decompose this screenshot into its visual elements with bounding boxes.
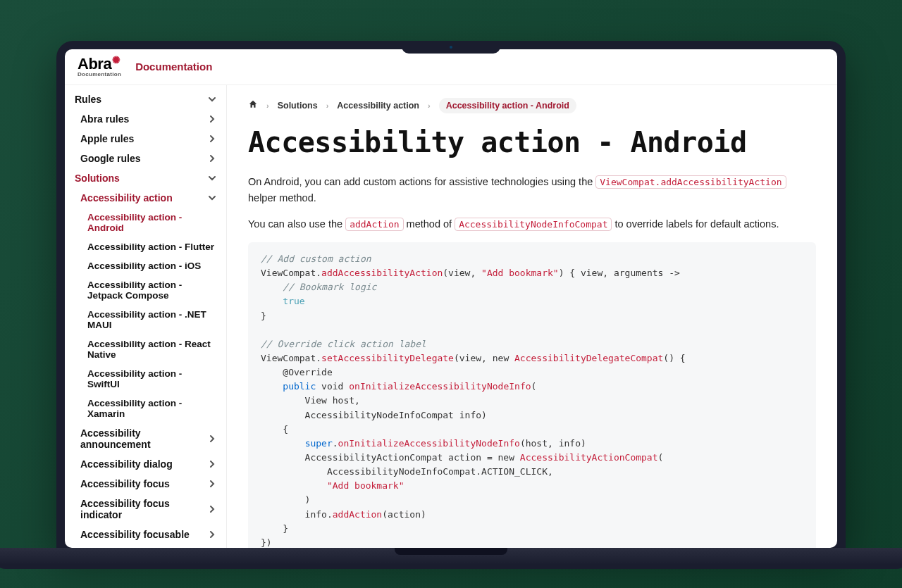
code-inline: AccessibilityNodeInfoCompat: [455, 218, 612, 231]
nav-accessibility-focus-indicator[interactable]: Accessibility focus indicator: [65, 494, 226, 525]
code-block[interactable]: // Add custom action ViewCompat.addAcces…: [248, 242, 816, 547]
nav-label: Accessibility action - Jetpack Compose: [87, 280, 216, 301]
camera-dot: [450, 46, 452, 49]
nav-label: Accessibility action - iOS: [87, 261, 201, 271]
nav-apple-rules[interactable]: Apple rules: [65, 129, 226, 149]
nav-label: Accessibility action: [80, 192, 173, 204]
page-title: Accessibility action - Android: [248, 126, 816, 158]
nav-accessibility-dialog[interactable]: Accessibility dialog: [65, 454, 226, 474]
laptop-notch: [402, 41, 500, 54]
breadcrumb-separator-icon: ›: [428, 101, 431, 110]
nav-rules[interactable]: Rules: [65, 89, 226, 109]
laptop-base: [0, 548, 902, 569]
chevron-right-icon: [208, 460, 216, 468]
nav-accessibility-announcement[interactable]: Accessibility announcement: [65, 423, 226, 454]
nav-aa-android[interactable]: Accessibility action - Android: [65, 208, 226, 237]
nav-aa-swiftui[interactable]: Accessibility action - SwiftUI: [65, 364, 226, 394]
nav-aa-jetpack[interactable]: Accessibility action - Jetpack Compose: [65, 275, 226, 305]
breadcrumb-separator-icon: ›: [326, 101, 329, 110]
nav-google-rules[interactable]: Google rules: [65, 149, 226, 168]
nav-aa-netmaui[interactable]: Accessibility action - .NET MAUI: [65, 305, 226, 334]
laptop-frame: Abra✺ Documentation Documentation Rules …: [56, 41, 846, 548]
nav-label: Accessibility announcement: [80, 427, 204, 450]
chevron-right-icon: [208, 154, 216, 163]
breadcrumb: › Solutions › Accessibility action › Acc…: [248, 98, 816, 113]
nav-label: Accessibility action - Flutter: [87, 242, 214, 252]
chevron-down-icon: [208, 194, 216, 202]
nav-accessibility-focus[interactable]: Accessibility focus: [65, 474, 226, 494]
home-icon[interactable]: [248, 99, 258, 111]
chevron-right-icon: [208, 115, 216, 123]
app-screen: Abra✺ Documentation Documentation Rules …: [65, 49, 837, 548]
chevron-right-icon: [208, 135, 216, 143]
chevron-down-icon: [208, 174, 216, 182]
main-content[interactable]: › Solutions › Accessibility action › Acc…: [227, 85, 837, 548]
nav-aa-ios[interactable]: Accessibility action - iOS: [65, 256, 226, 275]
nav-label: Solutions: [75, 173, 120, 184]
nav-aa-reactnative[interactable]: Accessibility action - React Native: [65, 334, 226, 364]
nav-label: Accessibility action - .NET MAUI: [87, 309, 216, 330]
nav-label: Abra rules: [80, 113, 129, 125]
body: Rules Abra rules Apple rules Google rule…: [65, 85, 837, 548]
spark-icon: ✺: [112, 55, 121, 65]
nav-abra-rules[interactable]: Abra rules: [65, 109, 226, 129]
breadcrumb-current: Accessibility action - Android: [439, 98, 576, 113]
chevron-down-icon: [208, 95, 216, 104]
breadcrumb-action[interactable]: Accessibility action: [337, 101, 419, 111]
chevron-right-icon: [208, 434, 216, 443]
article-content: On Android, you can add custom actions f…: [248, 174, 816, 548]
logo[interactable]: Abra✺ Documentation: [78, 56, 121, 77]
chevron-right-icon: [208, 505, 216, 513]
chevron-right-icon: [208, 480, 216, 488]
nav-label: Accessibility focusable: [80, 529, 190, 540]
nav-label: Apple rules: [80, 133, 134, 144]
logo-subtitle: Documentation: [78, 72, 121, 77]
sidebar[interactable]: Rules Abra rules Apple rules Google rule…: [65, 85, 227, 548]
nav-accessibility-focusable[interactable]: Accessibility focusable: [65, 525, 226, 544]
nav-label: Google rules: [80, 153, 141, 164]
nav-label: Accessibility dialog: [80, 458, 173, 470]
header: Abra✺ Documentation Documentation: [65, 49, 837, 85]
nav-label: Rules: [75, 94, 101, 105]
nav-label: Accessibility action - Xamarin: [87, 398, 216, 419]
nav-accessibility-action[interactable]: Accessibility action: [65, 188, 226, 208]
breadcrumb-separator-icon: ›: [266, 101, 269, 110]
documentation-link[interactable]: Documentation: [135, 61, 212, 73]
nav-aa-xamarin[interactable]: Accessibility action - Xamarin: [65, 394, 226, 423]
nav-solutions[interactable]: Solutions: [65, 168, 226, 188]
breadcrumb-solutions[interactable]: Solutions: [278, 101, 318, 111]
code-inline: ViewCompat.addAccessibilityAction: [595, 175, 786, 189]
nav-label: Accessibility action - SwiftUI: [87, 368, 216, 389]
paragraph: You can also use the addAction method of…: [248, 216, 816, 232]
code-inline: addAction: [345, 218, 403, 231]
chevron-right-icon: [208, 530, 216, 539]
paragraph: On Android, you can add custom actions f…: [248, 174, 816, 206]
nav-label: Accessibility action - React Native: [87, 339, 216, 360]
nav-label: Accessibility focus: [80, 478, 170, 489]
nav-label: Accessibility focus indicator: [80, 498, 204, 520]
logo-main: Abra✺: [78, 56, 121, 72]
nav-label: Accessibility action - Android: [87, 212, 216, 233]
nav-aa-flutter[interactable]: Accessibility action - Flutter: [65, 237, 226, 256]
